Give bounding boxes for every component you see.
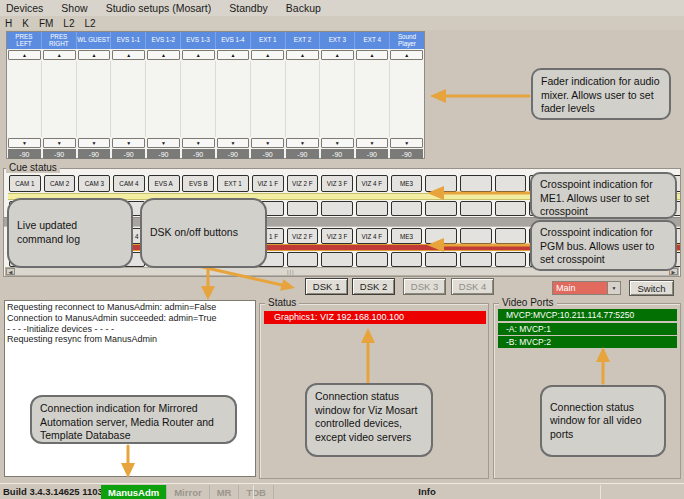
crosspoint-cell	[495, 252, 527, 267]
chevron-down-icon[interactable]: ▼	[607, 282, 620, 294]
fader-down-button[interactable]: ▼	[286, 138, 319, 148]
switch-button[interactable]: Switch	[629, 280, 674, 296]
shortcut-h[interactable]: H	[0, 18, 17, 29]
crosspoint-cell	[425, 175, 457, 192]
crosspoint-button-cam-4[interactable]: CAM 4	[113, 175, 145, 192]
transition-target-dropdown[interactable]: Main ▼	[552, 281, 621, 295]
crosspoint-cell	[460, 201, 492, 216]
fader-down-button[interactable]: ▼	[78, 138, 111, 148]
mixer-level-row: -90-90-90-90-90-90-90-90-90-90-90-90	[7, 149, 424, 159]
fader-track[interactable]	[320, 61, 355, 137]
fader-down-button[interactable]: ▼	[112, 138, 145, 148]
dsk-button-dsk-3[interactable]: DSK 3	[403, 278, 446, 295]
fader-up-button[interactable]: ▲	[182, 50, 215, 60]
dsk-button-dsk-1[interactable]: DSK 1	[305, 278, 348, 295]
video-port-status-item: -B: MVCP:2	[498, 336, 677, 348]
transition-target-value: Main	[553, 282, 607, 294]
menu-item-studio-setups-mosart[interactable]: Studio setups (Mosart)	[97, 0, 221, 16]
fader-track[interactable]	[355, 61, 390, 137]
fader-track[interactable]	[181, 61, 216, 137]
crosspoint-cell	[356, 252, 388, 267]
crosspoint-button-viz-3-f[interactable]: VIZ 3 F	[321, 228, 353, 244]
fader-up-button[interactable]: ▲	[147, 50, 180, 60]
connection-badge-manusadm: ManusAdm	[101, 485, 167, 499]
fader-up-button[interactable]: ▲	[112, 50, 145, 60]
callout-me1: Crosspoint indication for ME1. Allows us…	[530, 172, 677, 219]
fader-up-button[interactable]: ▲	[390, 50, 423, 60]
shortcut-l2[interactable]: L2	[79, 18, 100, 29]
command-log-window: Requesting reconnect to ManusAdmin: admi…	[4, 300, 256, 477]
callout-mirror: Connection indication for Mirrored Autom…	[30, 395, 237, 444]
fader-up-button[interactable]: ▲	[217, 50, 250, 60]
fader-down-button[interactable]: ▼	[390, 138, 423, 148]
fader-level-value: -90	[112, 149, 145, 159]
scroll-left-icon[interactable]: ◀	[6, 268, 15, 275]
fader-down-button[interactable]: ▼	[147, 138, 180, 148]
shortcut-k[interactable]: K	[17, 18, 34, 29]
crosspoint-button-cam-1[interactable]: CAM 1	[9, 175, 41, 192]
fader-up-button[interactable]: ▲	[356, 50, 389, 60]
mixer-fader-up-row: ▲▲▲▲▲▲▲▲▲▲▲▲	[7, 49, 424, 61]
fader-level-value: -90	[43, 149, 76, 159]
fader-down-button[interactable]: ▼	[321, 138, 354, 148]
shortcut-l2[interactable]: L2	[58, 18, 79, 29]
video-ports-group-label: Video Ports	[499, 297, 557, 308]
fader-down-button[interactable]: ▼	[43, 138, 76, 148]
crosspoint-button-cam-2[interactable]: CAM 2	[44, 175, 76, 192]
crosspoint-cell	[495, 228, 527, 244]
channel-label-evs-1-3: EVS 1-3	[181, 32, 216, 49]
fader-down-button[interactable]: ▼	[8, 138, 41, 148]
fader-down-button[interactable]: ▼	[217, 138, 250, 148]
fader-track[interactable]	[42, 61, 77, 137]
menu-item-devices[interactable]: Devices	[0, 0, 52, 16]
channel-label-ext-3: EXT 3	[320, 32, 355, 49]
fader-up-button[interactable]: ▲	[286, 50, 319, 60]
crosspoint-cell	[495, 201, 527, 216]
fader-track[interactable]	[286, 61, 321, 137]
fader-down-button[interactable]: ▼	[356, 138, 389, 148]
fader-track[interactable]	[77, 61, 112, 137]
crosspoint-button-evs-b[interactable]: EVS B	[182, 175, 214, 192]
crosspoint-button-evs-a[interactable]: EVS A	[148, 175, 180, 192]
log-line: - - - -Initialize devices - - - -	[7, 324, 253, 335]
statusbar-divider	[600, 485, 601, 499]
fader-down-button[interactable]: ▼	[182, 138, 215, 148]
crosspoint-cell	[460, 228, 492, 244]
scrollbar-grip[interactable]: |||	[287, 269, 295, 275]
fader-track[interactable]	[390, 61, 424, 137]
menu-item-show[interactable]: Show	[52, 0, 96, 16]
fader-up-button[interactable]: ▲	[43, 50, 76, 60]
crosspoint-button-viz-1-f[interactable]: VIZ 1 F	[252, 175, 284, 192]
crosspoint-button-me3[interactable]: ME3	[391, 175, 423, 192]
channel-label-ext-2: EXT 2	[286, 32, 321, 49]
shortcut-fm[interactable]: FM	[34, 18, 58, 29]
crosspoint-cell	[495, 175, 527, 192]
fader-level-value: -90	[78, 149, 111, 159]
fader-up-button[interactable]: ▲	[78, 50, 111, 60]
crosspoint-button-cam-3[interactable]: CAM 3	[78, 175, 110, 192]
crosspoint-button-viz-2-f[interactable]: VIZ 2 F	[287, 228, 319, 244]
dsk-button-dsk-2[interactable]: DSK 2	[352, 278, 395, 295]
menu-item-standby[interactable]: Standby	[220, 0, 277, 16]
fader-track[interactable]	[146, 61, 181, 137]
fader-track[interactable]	[216, 61, 251, 137]
fader-up-button[interactable]: ▲	[251, 50, 284, 60]
crosspoint-button-viz-3-f[interactable]: VIZ 3 F	[321, 175, 353, 192]
shortcut-bar: HKFML2L2	[0, 16, 684, 30]
fader-track[interactable]	[111, 61, 146, 137]
menu-item-backup[interactable]: Backup	[277, 0, 330, 16]
crosspoint-cell	[391, 201, 423, 216]
crosspoint-button-me3[interactable]: ME3	[391, 228, 423, 244]
crosspoint-button-viz-4-f[interactable]: VIZ 4 F	[356, 175, 388, 192]
channel-label-sound-player: Sound Player	[390, 32, 424, 49]
fader-track[interactable]	[251, 61, 286, 137]
fader-track[interactable]	[7, 61, 42, 137]
crosspoint-button-viz-2-f[interactable]: VIZ 2 F	[287, 175, 319, 192]
fader-down-button[interactable]: ▼	[251, 138, 284, 148]
dsk-button-dsk-4[interactable]: DSK 4	[451, 278, 494, 295]
crosspoint-cell	[425, 201, 457, 216]
fader-up-button[interactable]: ▲	[8, 50, 41, 60]
crosspoint-button-viz-4-f[interactable]: VIZ 4 F	[356, 228, 388, 244]
fader-up-button[interactable]: ▲	[321, 50, 354, 60]
crosspoint-button-ext-1[interactable]: EXT 1	[217, 175, 249, 192]
